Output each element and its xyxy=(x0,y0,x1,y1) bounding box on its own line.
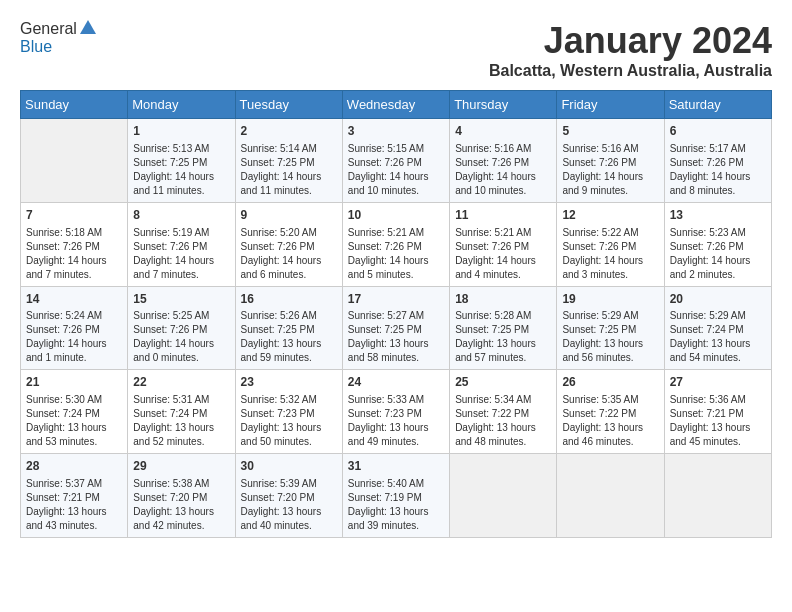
calendar-cell: 30Sunrise: 5:39 AM Sunset: 7:20 PM Dayli… xyxy=(235,454,342,538)
day-info: Sunrise: 5:18 AM Sunset: 7:26 PM Dayligh… xyxy=(26,226,122,282)
calendar-cell: 6Sunrise: 5:17 AM Sunset: 7:26 PM Daylig… xyxy=(664,119,771,203)
day-info: Sunrise: 5:33 AM Sunset: 7:23 PM Dayligh… xyxy=(348,393,444,449)
calendar-cell: 3Sunrise: 5:15 AM Sunset: 7:26 PM Daylig… xyxy=(342,119,449,203)
day-number: 15 xyxy=(133,291,229,308)
col-header-tuesday: Tuesday xyxy=(235,91,342,119)
day-number: 6 xyxy=(670,123,766,140)
week-row-4: 21Sunrise: 5:30 AM Sunset: 7:24 PM Dayli… xyxy=(21,370,772,454)
day-number: 2 xyxy=(241,123,337,140)
day-number: 22 xyxy=(133,374,229,391)
day-number: 29 xyxy=(133,458,229,475)
calendar-cell: 7Sunrise: 5:18 AM Sunset: 7:26 PM Daylig… xyxy=(21,202,128,286)
day-number: 4 xyxy=(455,123,551,140)
calendar-cell: 14Sunrise: 5:24 AM Sunset: 7:26 PM Dayli… xyxy=(21,286,128,370)
svg-marker-0 xyxy=(80,20,96,34)
logo: General Blue xyxy=(20,20,96,56)
calendar-cell: 22Sunrise: 5:31 AM Sunset: 7:24 PM Dayli… xyxy=(128,370,235,454)
day-info: Sunrise: 5:25 AM Sunset: 7:26 PM Dayligh… xyxy=(133,309,229,365)
day-info: Sunrise: 5:23 AM Sunset: 7:26 PM Dayligh… xyxy=(670,226,766,282)
day-number: 14 xyxy=(26,291,122,308)
calendar-cell xyxy=(450,454,557,538)
day-info: Sunrise: 5:21 AM Sunset: 7:26 PM Dayligh… xyxy=(348,226,444,282)
col-header-wednesday: Wednesday xyxy=(342,91,449,119)
calendar-cell: 29Sunrise: 5:38 AM Sunset: 7:20 PM Dayli… xyxy=(128,454,235,538)
calendar-cell: 12Sunrise: 5:22 AM Sunset: 7:26 PM Dayli… xyxy=(557,202,664,286)
day-info: Sunrise: 5:34 AM Sunset: 7:22 PM Dayligh… xyxy=(455,393,551,449)
day-info: Sunrise: 5:27 AM Sunset: 7:25 PM Dayligh… xyxy=(348,309,444,365)
day-number: 7 xyxy=(26,207,122,224)
calendar-cell: 4Sunrise: 5:16 AM Sunset: 7:26 PM Daylig… xyxy=(450,119,557,203)
calendar-cell: 25Sunrise: 5:34 AM Sunset: 7:22 PM Dayli… xyxy=(450,370,557,454)
day-number: 1 xyxy=(133,123,229,140)
calendar-cell: 16Sunrise: 5:26 AM Sunset: 7:25 PM Dayli… xyxy=(235,286,342,370)
logo-icon xyxy=(78,18,96,36)
logo-general-text: General xyxy=(20,20,77,38)
day-info: Sunrise: 5:20 AM Sunset: 7:26 PM Dayligh… xyxy=(241,226,337,282)
calendar-cell: 26Sunrise: 5:35 AM Sunset: 7:22 PM Dayli… xyxy=(557,370,664,454)
day-number: 8 xyxy=(133,207,229,224)
day-number: 27 xyxy=(670,374,766,391)
day-info: Sunrise: 5:31 AM Sunset: 7:24 PM Dayligh… xyxy=(133,393,229,449)
col-header-monday: Monday xyxy=(128,91,235,119)
calendar-cell: 15Sunrise: 5:25 AM Sunset: 7:26 PM Dayli… xyxy=(128,286,235,370)
calendar-cell xyxy=(557,454,664,538)
month-year-title: January 2024 xyxy=(489,20,772,62)
day-number: 31 xyxy=(348,458,444,475)
col-header-sunday: Sunday xyxy=(21,91,128,119)
day-info: Sunrise: 5:36 AM Sunset: 7:21 PM Dayligh… xyxy=(670,393,766,449)
day-number: 5 xyxy=(562,123,658,140)
day-number: 21 xyxy=(26,374,122,391)
day-number: 11 xyxy=(455,207,551,224)
day-number: 26 xyxy=(562,374,658,391)
day-info: Sunrise: 5:26 AM Sunset: 7:25 PM Dayligh… xyxy=(241,309,337,365)
day-number: 28 xyxy=(26,458,122,475)
calendar-cell: 17Sunrise: 5:27 AM Sunset: 7:25 PM Dayli… xyxy=(342,286,449,370)
day-info: Sunrise: 5:32 AM Sunset: 7:23 PM Dayligh… xyxy=(241,393,337,449)
day-number: 13 xyxy=(670,207,766,224)
day-number: 17 xyxy=(348,291,444,308)
calendar-cell: 24Sunrise: 5:33 AM Sunset: 7:23 PM Dayli… xyxy=(342,370,449,454)
day-info: Sunrise: 5:21 AM Sunset: 7:26 PM Dayligh… xyxy=(455,226,551,282)
day-info: Sunrise: 5:16 AM Sunset: 7:26 PM Dayligh… xyxy=(562,142,658,198)
calendar-cell: 19Sunrise: 5:29 AM Sunset: 7:25 PM Dayli… xyxy=(557,286,664,370)
day-number: 9 xyxy=(241,207,337,224)
day-info: Sunrise: 5:29 AM Sunset: 7:24 PM Dayligh… xyxy=(670,309,766,365)
calendar-cell: 27Sunrise: 5:36 AM Sunset: 7:21 PM Dayli… xyxy=(664,370,771,454)
calendar-cell: 18Sunrise: 5:28 AM Sunset: 7:25 PM Dayli… xyxy=(450,286,557,370)
calendar-cell: 10Sunrise: 5:21 AM Sunset: 7:26 PM Dayli… xyxy=(342,202,449,286)
header-row: SundayMondayTuesdayWednesdayThursdayFrid… xyxy=(21,91,772,119)
day-info: Sunrise: 5:15 AM Sunset: 7:26 PM Dayligh… xyxy=(348,142,444,198)
title-block: January 2024 Balcatta, Western Australia… xyxy=(489,20,772,80)
calendar-table: SundayMondayTuesdayWednesdayThursdayFrid… xyxy=(20,90,772,538)
calendar-cell: 11Sunrise: 5:21 AM Sunset: 7:26 PM Dayli… xyxy=(450,202,557,286)
week-row-5: 28Sunrise: 5:37 AM Sunset: 7:21 PM Dayli… xyxy=(21,454,772,538)
calendar-cell: 13Sunrise: 5:23 AM Sunset: 7:26 PM Dayli… xyxy=(664,202,771,286)
day-number: 19 xyxy=(562,291,658,308)
day-info: Sunrise: 5:35 AM Sunset: 7:22 PM Dayligh… xyxy=(562,393,658,449)
day-number: 24 xyxy=(348,374,444,391)
day-info: Sunrise: 5:30 AM Sunset: 7:24 PM Dayligh… xyxy=(26,393,122,449)
day-info: Sunrise: 5:22 AM Sunset: 7:26 PM Dayligh… xyxy=(562,226,658,282)
day-info: Sunrise: 5:16 AM Sunset: 7:26 PM Dayligh… xyxy=(455,142,551,198)
day-number: 3 xyxy=(348,123,444,140)
day-info: Sunrise: 5:28 AM Sunset: 7:25 PM Dayligh… xyxy=(455,309,551,365)
day-info: Sunrise: 5:39 AM Sunset: 7:20 PM Dayligh… xyxy=(241,477,337,533)
day-info: Sunrise: 5:19 AM Sunset: 7:26 PM Dayligh… xyxy=(133,226,229,282)
col-header-friday: Friday xyxy=(557,91,664,119)
day-info: Sunrise: 5:17 AM Sunset: 7:26 PM Dayligh… xyxy=(670,142,766,198)
day-info: Sunrise: 5:14 AM Sunset: 7:25 PM Dayligh… xyxy=(241,142,337,198)
day-info: Sunrise: 5:37 AM Sunset: 7:21 PM Dayligh… xyxy=(26,477,122,533)
day-number: 23 xyxy=(241,374,337,391)
calendar-cell: 23Sunrise: 5:32 AM Sunset: 7:23 PM Dayli… xyxy=(235,370,342,454)
calendar-cell: 5Sunrise: 5:16 AM Sunset: 7:26 PM Daylig… xyxy=(557,119,664,203)
day-info: Sunrise: 5:24 AM Sunset: 7:26 PM Dayligh… xyxy=(26,309,122,365)
calendar-cell: 31Sunrise: 5:40 AM Sunset: 7:19 PM Dayli… xyxy=(342,454,449,538)
calendar-cell: 2Sunrise: 5:14 AM Sunset: 7:25 PM Daylig… xyxy=(235,119,342,203)
day-number: 18 xyxy=(455,291,551,308)
day-number: 20 xyxy=(670,291,766,308)
day-number: 12 xyxy=(562,207,658,224)
calendar-cell: 20Sunrise: 5:29 AM Sunset: 7:24 PM Dayli… xyxy=(664,286,771,370)
day-number: 25 xyxy=(455,374,551,391)
day-info: Sunrise: 5:29 AM Sunset: 7:25 PM Dayligh… xyxy=(562,309,658,365)
week-row-3: 14Sunrise: 5:24 AM Sunset: 7:26 PM Dayli… xyxy=(21,286,772,370)
